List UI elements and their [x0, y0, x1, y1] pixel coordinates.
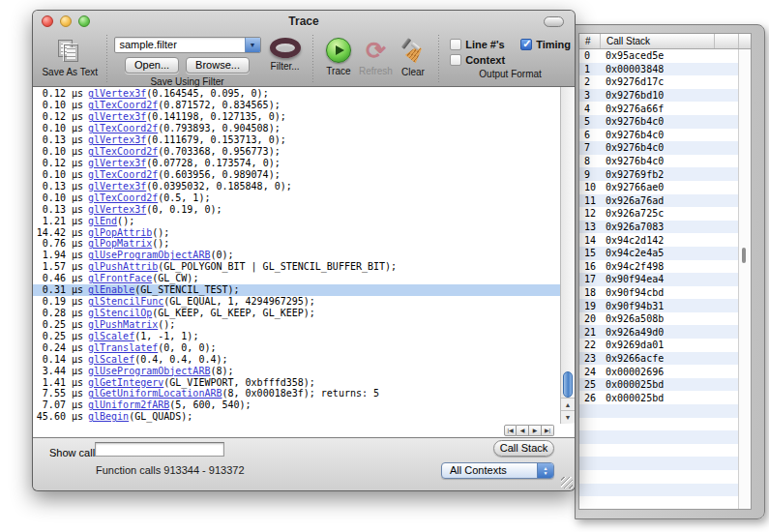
function-link[interactable]: glTexCoord2f [88, 100, 158, 110]
function-link[interactable]: glScalef [88, 331, 134, 341]
trace-row[interactable]: 1.57 µsglPushAttrib(GL_POLYGON_BIT | GL_… [33, 261, 560, 273]
nav-first-button[interactable]: |◀ [504, 425, 517, 436]
trace-row[interactable]: 0.10 µsglTexCoord2f(0.703368, 0.956773); [33, 146, 560, 158]
callstack-row[interactable]: 140x94c2d142 [579, 233, 738, 247]
function-link[interactable]: glPopMatrix [88, 238, 152, 249]
trace-row[interactable]: 0.25 µsglPushMatrix(); [33, 318, 560, 330]
trace-row[interactable]: 0.12 µsglVertex3f(0.164545, 0.095, 0); [33, 88, 560, 100]
function-link[interactable]: glScalef [88, 354, 134, 365]
nav-last-button[interactable]: ▶| [542, 425, 554, 436]
callstack-row[interactable]: 130x926a7083 [579, 221, 738, 234]
scrollbar-thumb[interactable] [563, 371, 573, 398]
trace-row[interactable]: 0.13 µsglVertex3f(0.0395032, 0.185848, 0… [33, 180, 560, 192]
column-header-index[interactable]: # [579, 34, 601, 48]
scroll-up-button[interactable]: ▲ [561, 398, 575, 410]
trace-row[interactable]: 0.13 µsglVertex3f(0.111679, 0.153713, 0)… [33, 134, 560, 146]
trace-row[interactable]: 0.76 µsglPopMatrix(); [33, 238, 560, 250]
resize-grip[interactable] [561, 477, 573, 488]
callstack-row[interactable]: 220x9269da01 [579, 339, 738, 352]
function-link[interactable]: glPushMatrix [88, 319, 158, 330]
callstack-row[interactable]: 180x90f94cbd [579, 286, 738, 300]
trace-row[interactable]: 0.25 µsglScalef(1, -1, 1); [33, 330, 560, 341]
function-link[interactable]: glEnd [88, 216, 117, 226]
function-link[interactable]: glVertex3f [88, 204, 146, 215]
filter-button[interactable]: Filter... [265, 34, 306, 72]
toolbar-toggle-button[interactable] [544, 16, 564, 27]
callstack-row[interactable]: 160x94c2f498 [579, 260, 738, 274]
titlebar[interactable]: Trace [33, 11, 575, 32]
trace-row[interactable]: 0.28 µsglStencilOp(GL_KEEP, GL_KEEP, GL_… [33, 308, 560, 319]
contexts-select[interactable]: All Contexts ▲▼ [441, 462, 554, 479]
call-stack-button[interactable]: Call Stack [493, 440, 554, 457]
callstack-row[interactable]: 70x9276b4c0 [579, 141, 738, 155]
callstack-row[interactable]: 230x9266acfe [579, 352, 738, 366]
function-link[interactable]: glVertex3f [88, 111, 146, 122]
trace-row[interactable]: 0.12 µsglVertex3f(0.141198, 0.127135, 0)… [33, 111, 560, 123]
trace-row[interactable]: 0.10 µsglTexCoord2f(0.603956, 0.989074); [33, 168, 560, 180]
function-link[interactable]: glBegin [88, 411, 129, 422]
function-link[interactable]: glTexCoord2f [88, 169, 158, 180]
trace-row[interactable]: 7.55 µsglGetUniformLocationARB(8, 0x0001… [33, 388, 560, 399]
trace-row[interactable]: 0.46 µsglFrontFace(GL_CW); [33, 273, 560, 284]
trace-row[interactable]: 0.31 µsglEnable(GL_STENCIL_TEST); [33, 284, 560, 296]
trace-row[interactable]: 0.12 µsglVertex3f(0.07728, 0.173574, 0); [33, 158, 560, 169]
nav-next-button[interactable]: ▶ [529, 425, 542, 436]
show-call-input[interactable] [95, 442, 224, 457]
function-link[interactable]: glGetUniformLocationARB [88, 388, 222, 399]
trace-row[interactable]: 1.94 µsglUseProgramObjectARB(0); [33, 250, 560, 261]
trace-row[interactable]: 1.41 µsglGetIntegerv(GL_VIEWPORT, 0xbfff… [33, 376, 560, 388]
trace-row[interactable]: 0.10 µsglTexCoord2f(0.5, 1); [33, 192, 560, 203]
callstack-row[interactable]: 200x926a508b [579, 312, 738, 326]
function-link[interactable]: glEnable [88, 284, 134, 295]
nav-prev-button[interactable]: ◀ [517, 425, 529, 436]
callstack-row[interactable]: 210x926a49d0 [579, 325, 738, 339]
checkbox-icon[interactable] [450, 54, 461, 66]
trace-row[interactable]: 7.07 µsglUniform2fARB(5, 600, 540); [33, 399, 560, 411]
function-link[interactable]: glPushAttrib [88, 261, 158, 272]
function-link[interactable]: glStencilFunc [88, 296, 163, 307]
function-link[interactable]: glTranslatef [88, 342, 158, 353]
trace-scrollbar[interactable]: ▲ ▼ [560, 87, 575, 424]
function-link[interactable]: glVertex3f [88, 158, 146, 168]
open-button[interactable]: Open... [125, 57, 179, 74]
trace-row[interactable]: 3.44 µsglUseProgramObjectARB(8); [33, 365, 560, 376]
callstack-row[interactable]: 60x9276b4c0 [579, 129, 738, 142]
callstack-row[interactable]: 100x92766ae0 [579, 181, 738, 194]
trace-row[interactable]: 0.10 µsglTexCoord2f(0.793893, 0.904508); [33, 123, 560, 134]
callstack-row[interactable]: 90x92769fb2 [579, 167, 738, 181]
callstack-row[interactable]: 150x94c2e4a5 [579, 247, 738, 260]
trace-row[interactable]: 14.42 µsglPopAttrib(); [33, 226, 560, 238]
function-link[interactable]: glTexCoord2f [88, 123, 158, 133]
trace-button[interactable]: Trace [320, 34, 358, 76]
chevron-down-icon[interactable]: ▼ [245, 38, 260, 52]
timing-checkbox[interactable]: Timing [520, 39, 571, 50]
function-link[interactable]: glTexCoord2f [88, 146, 158, 157]
scroll-down-button[interactable]: ▼ [561, 410, 575, 423]
callstack-row[interactable]: 80x9276b4c0 [579, 155, 738, 168]
trace-row[interactable]: 0.14 µsglScalef(0.4, 0.4, 0.4); [33, 353, 560, 365]
function-link[interactable]: glGetIntegerv [88, 377, 163, 388]
callstack-row[interactable]: 250x000025bd [579, 378, 738, 392]
function-link[interactable]: glStencilOp [88, 308, 152, 318]
callstack-row[interactable]: 20x9276d17c [579, 75, 738, 89]
line-numbers-checkbox[interactable]: Line #'s [450, 39, 505, 50]
call-stack-scrollbar[interactable] [738, 49, 751, 509]
filter-file-combobox[interactable]: sample.filter ▼ [114, 37, 261, 53]
scrollbar-thumb[interactable] [742, 248, 746, 263]
column-header-callstack[interactable]: Call Stack [601, 34, 715, 48]
function-link[interactable]: glVertex3f [88, 88, 146, 99]
function-link[interactable]: glUseProgramObjectARB [88, 366, 210, 376]
trace-row[interactable]: 0.10 µsglTexCoord2f(0.871572, 0.834565); [33, 100, 560, 111]
callstack-row[interactable]: 190x90f94b31 [579, 299, 738, 312]
trace-row[interactable]: 45.60 µsglBegin(GL_QUADS); [33, 411, 560, 423]
function-link[interactable]: glUniform2fARB [88, 399, 169, 410]
context-checkbox[interactable]: Context [450, 54, 505, 66]
callstack-row[interactable]: 00x95aced5e [579, 49, 738, 63]
trace-list[interactable]: 0.12 µsglVertex3f(0.164545, 0.095, 0);0.… [33, 87, 575, 424]
trace-row[interactable]: 1.21 µsglEnd(); [33, 215, 560, 226]
callstack-row[interactable]: 40x9276a66f [579, 102, 738, 115]
function-link[interactable]: glUseProgramObjectARB [88, 250, 210, 260]
function-link[interactable]: glFrontFace [88, 273, 152, 283]
callstack-row[interactable]: 30x9276bd10 [579, 89, 738, 103]
clear-button[interactable]: Clear [395, 34, 432, 77]
